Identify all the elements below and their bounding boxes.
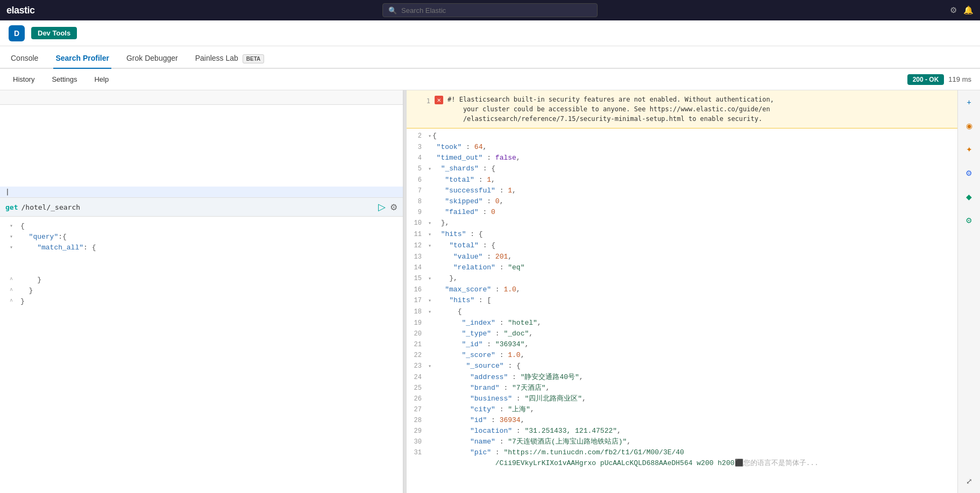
fold-5[interactable]: ▾: [428, 166, 431, 172]
resp-line-18: 18 ▾ {: [407, 306, 957, 318]
resp-line-27: 27 "city" : "上海",: [407, 404, 957, 415]
resp-line-31: 31 "pic" : "https://m.tuniucdn.com/fb2/t…: [407, 447, 957, 458]
warning-text: #! Elasticsearch built-in security featu…: [448, 95, 774, 124]
resp-linenum-23: 23: [407, 361, 428, 371]
notifications-icon[interactable]: 🔔: [963, 5, 974, 15]
leaf-icon[interactable]: ◆: [962, 189, 977, 204]
star-icon[interactable]: ✦: [962, 142, 977, 157]
resp-line-8: 8 "skipped" : 0,: [407, 196, 957, 207]
resp-line-23: 23 ▾ "_source" : {: [407, 361, 957, 372]
fold-arrow-1[interactable]: ▾: [0, 221, 17, 232]
tab-grok-debugger[interactable]: Grok Debugger: [124, 48, 180, 69]
resp-line-29: 29 "location" : "31.251433, 121.47522",: [407, 426, 957, 437]
resp-line-11: 11 ▾ "hits" : {: [407, 229, 957, 240]
fold-11[interactable]: ▾: [428, 232, 431, 238]
circle-icon[interactable]: ◉: [962, 118, 977, 133]
resp-content-13: "value" : 201,: [428, 252, 957, 262]
tab-search-profiler[interactable]: Search Profiler: [53, 48, 111, 69]
resp-linenum-8: 8: [407, 196, 428, 207]
resp-line-13: 13 "value" : 201,: [407, 252, 957, 262]
run-button[interactable]: ▷: [378, 201, 386, 213]
resp-content-26: "business" : "四川北路商业区",: [428, 394, 957, 404]
fold-18[interactable]: ▾: [428, 309, 431, 315]
resp-content-12: ▾ "total" : {: [428, 240, 957, 252]
search-input[interactable]: [401, 6, 592, 15]
resp-content-11: ▾ "hits" : {: [428, 229, 957, 240]
resp-content-7: "successful" : 1,: [428, 185, 957, 196]
resp-linenum-26: 26: [407, 394, 428, 404]
resp-content-23: ▾ "_source" : {: [428, 361, 957, 372]
fold-arrow-2[interactable]: ▾: [0, 232, 17, 242]
elastic-logo: elastic: [6, 5, 35, 16]
resp-linenum-15: 15: [407, 273, 428, 284]
fold-arrow-7[interactable]: ^: [0, 285, 17, 296]
tab-console[interactable]: Console: [9, 48, 40, 69]
expand-icon-container: ⤢: [962, 474, 977, 489]
search-bar-container[interactable]: 🔍: [382, 3, 598, 17]
gear2-icon[interactable]: ⚙: [962, 166, 977, 181]
fold-2[interactable]: ▾: [428, 133, 431, 139]
resp-linenum-31: 31: [407, 447, 428, 458]
editor-top-input[interactable]: [4, 94, 399, 102]
resp-linenum-4: 4: [407, 153, 428, 163]
code-line-7: ^ }: [0, 285, 403, 296]
settings-icon[interactable]: ⚙: [950, 5, 957, 15]
app-badge: D: [9, 25, 25, 41]
response-json: 2 ▾{ 3 "took" : 64, 4 "timed_out" : fals…: [407, 128, 957, 471]
help-button[interactable]: Help: [90, 73, 113, 85]
resp-content-29: "location" : "31.251433, 121.47522",: [428, 426, 957, 437]
fold-23[interactable]: ▾: [428, 363, 431, 369]
plus-icon[interactable]: +: [962, 95, 977, 110]
top-editor-area: |: [0, 90, 403, 198]
warning-line-num: 1: [413, 95, 430, 106]
resp-linenum-17: 17: [407, 295, 428, 306]
fold-arrow-6[interactable]: ^: [0, 275, 17, 285]
resp-line-17: 17 ▾ "hits" : [: [407, 295, 957, 306]
code-editor[interactable]: ▾ { ▾ "query":{ ▾ "match_all": {: [0, 217, 403, 493]
resp-linenum-10: 10: [407, 218, 428, 228]
resp-line-10: 10 ▾ },: [407, 218, 957, 229]
resp-content-14: "relation" : "eq": [428, 262, 957, 273]
wrench-icon[interactable]: ⚙: [962, 213, 977, 228]
resp-line-28: 28 "id" : 36934,: [407, 415, 957, 426]
history-button[interactable]: History: [9, 73, 39, 85]
fold-15[interactable]: ▾: [428, 276, 431, 282]
tab-bar: Console Search Profiler Grok Debugger Pa…: [0, 46, 980, 69]
resp-linenum-14: 14: [407, 262, 428, 273]
warning-close-button[interactable]: ✕: [435, 96, 443, 104]
editor-top-bar: [0, 90, 403, 105]
http-path: /hotel/_search: [21, 203, 80, 211]
search-icon: 🔍: [388, 6, 397, 15]
resp-linenum-12: 12: [407, 240, 428, 251]
resp-linenum-9: 9: [407, 207, 428, 218]
fold-12[interactable]: ▾: [428, 243, 431, 249]
fold-arrow-3[interactable]: ▾: [0, 242, 17, 253]
expand-icon[interactable]: ⤢: [962, 474, 977, 489]
resp-line-19: 19 "_index" : "hotel",: [407, 318, 957, 328]
copy-button[interactable]: ⚙: [390, 202, 397, 212]
resp-line-15: 15 ▾ },: [407, 273, 957, 284]
resp-line-6: 6 "total" : 1,: [407, 175, 957, 185]
tab-painless-lab[interactable]: Painless Lab BETA: [193, 48, 267, 69]
line-content-6: }: [18, 275, 403, 285]
app-bar: D Dev Tools: [0, 20, 980, 46]
right-sidebar: + ◉ ✦ ⚙ ◆ ⚙ ⤢: [957, 90, 980, 493]
resp-line-4: 4 "timed_out" : false,: [407, 153, 957, 163]
fold-10[interactable]: ▾: [428, 220, 431, 226]
resp-content-25: "brand" : "7天酒店",: [428, 383, 957, 394]
code-line-5: [0, 264, 403, 275]
line-content-3: "match_all": {: [18, 242, 403, 253]
dev-tools-button[interactable]: Dev Tools: [31, 27, 77, 39]
fold-17[interactable]: ▾: [428, 298, 431, 304]
resp-content-4: "timed_out" : false,: [428, 153, 957, 163]
line-content-8: }: [18, 296, 403, 307]
line-content-1: {: [18, 221, 403, 232]
resp-linenum-20: 20: [407, 328, 428, 339]
settings-button[interactable]: Settings: [47, 73, 81, 85]
http-method-line: get /hotel/_search ▷ ⚙: [0, 198, 403, 217]
http-method: get: [5, 203, 18, 211]
fold-arrow-8[interactable]: ^: [0, 296, 17, 307]
main-content: | get /hotel/_search ▷ ⚙ ▾ { ▾ "query":{: [0, 90, 980, 493]
resp-linenum-29: 29: [407, 426, 428, 437]
resp-content-31: "pic" : "https://m.tuniucdn.com/fb2/t1/G…: [428, 447, 957, 458]
